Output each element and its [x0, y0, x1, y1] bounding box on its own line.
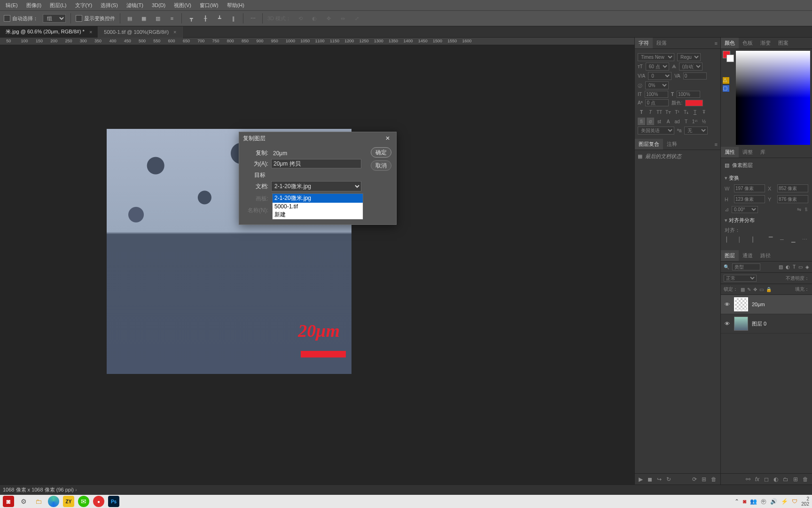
- ligature-icon[interactable]: fi: [638, 118, 645, 125]
- filter-pixel-icon[interactable]: ▧: [779, 264, 783, 270]
- fg-bg-swatch[interactable]: [723, 51, 734, 62]
- text-color-swatch[interactable]: [685, 100, 703, 106]
- layer-item[interactable]: 👁 图层 0: [721, 314, 812, 333]
- align-bottom-icon[interactable]: ▁: [789, 237, 797, 243]
- menu-view[interactable]: 视图(V): [170, 0, 195, 10]
- menu-window[interactable]: 窗口(W): [196, 0, 222, 10]
- dropdown-option[interactable]: 2-1-20微米.jpg: [273, 194, 363, 203]
- dialog-titlebar[interactable]: 复制图层 ✕: [239, 132, 396, 144]
- font-style-select[interactable]: Regular: [677, 53, 701, 61]
- zy-icon[interactable]: ZY: [63, 496, 74, 507]
- layer-thumbnail[interactable]: [734, 297, 748, 311]
- wechat-icon[interactable]: ✉: [78, 496, 89, 507]
- stop-icon[interactable]: ◼: [648, 476, 652, 483]
- panel-menu-icon[interactable]: ≡: [712, 142, 720, 147]
- align-right-icon[interactable]: ▥: [153, 14, 163, 23]
- tab-layers[interactable]: 图层: [721, 250, 739, 261]
- height-input[interactable]: [734, 195, 765, 203]
- link-icon[interactable]: ⚯: [746, 476, 750, 483]
- layer-item[interactable]: 👁 20μm: [721, 295, 812, 314]
- fx-icon[interactable]: fx: [755, 476, 759, 483]
- tab-swatches[interactable]: 色板: [739, 38, 757, 48]
- tray-volume-icon[interactable]: 🔊: [770, 498, 777, 505]
- kerning-input[interactable]: [683, 72, 707, 79]
- 3d-pan-icon[interactable]: ✥: [324, 14, 333, 23]
- visibility-icon[interactable]: 👁: [724, 302, 730, 307]
- panel-menu-icon[interactable]: ≡: [712, 40, 720, 46]
- lock-pixels-icon[interactable]: ✎: [747, 287, 751, 292]
- ok-button[interactable]: 确定: [371, 147, 391, 158]
- smallcaps-icon[interactable]: Tᴛ: [664, 108, 672, 116]
- menu-layer[interactable]: 图层(L): [46, 0, 70, 10]
- close-icon[interactable]: ✕: [383, 134, 392, 143]
- 3d-orbit-icon[interactable]: ⟲: [296, 14, 305, 23]
- lock-transparency-icon[interactable]: ▩: [741, 287, 745, 292]
- y-input[interactable]: [777, 195, 808, 203]
- contextual-icon[interactable]: σ: [647, 118, 654, 125]
- filter-type-icon[interactable]: T: [793, 264, 796, 270]
- angle-select[interactable]: 0.00°: [732, 206, 758, 213]
- strikethrough-icon[interactable]: Ŧ: [700, 108, 708, 116]
- menu-type[interactable]: 文字(Y): [71, 0, 96, 10]
- width-input[interactable]: [734, 184, 765, 192]
- search-icon[interactable]: 🔍: [724, 264, 729, 270]
- edge-icon[interactable]: [48, 496, 59, 507]
- align-right-icon[interactable]: ▕: [747, 237, 755, 243]
- lock-artboard-icon[interactable]: ▭: [759, 287, 764, 292]
- tab-patterns[interactable]: 图案: [774, 38, 792, 48]
- websafe-icon[interactable]: ▢: [723, 85, 729, 92]
- italic-icon[interactable]: T: [647, 108, 654, 116]
- tray-app-icon[interactable]: ◙: [743, 498, 746, 505]
- visibility-icon[interactable]: 👁: [724, 321, 730, 326]
- overflow-icon[interactable]: ⋯: [248, 14, 258, 23]
- lock-position-icon[interactable]: ✥: [753, 287, 757, 292]
- document-select[interactable]: 2-1-20微米.jpg: [271, 181, 361, 191]
- menu-help[interactable]: 帮助(H): [223, 0, 248, 10]
- tab-paragraph[interactable]: 段落: [653, 38, 671, 48]
- explorer-icon[interactable]: 🗀: [33, 496, 44, 507]
- new-icon[interactable]: ⊞: [702, 476, 706, 483]
- play-icon[interactable]: ▶: [639, 476, 643, 483]
- ordinal-icon[interactable]: T: [682, 118, 690, 125]
- tray-network-icon[interactable]: ⚡: [781, 498, 788, 505]
- stylistic-icon[interactable]: st: [656, 118, 663, 125]
- menu-3d[interactable]: 3D(D): [148, 1, 169, 9]
- align-header[interactable]: 对齐并分布: [725, 215, 808, 226]
- x-input[interactable]: [777, 184, 808, 192]
- tray-people-icon[interactable]: 👥: [750, 498, 757, 505]
- bold-icon[interactable]: T: [638, 108, 645, 116]
- ruler-horizontal[interactable]: 5010015020025030035040045050055060065070…: [0, 38, 634, 45]
- align-hcenter-icon[interactable]: │: [736, 237, 743, 243]
- tray-chevron-icon[interactable]: ⌃: [734, 498, 739, 505]
- font-size-select[interactable]: 60 点: [646, 63, 669, 71]
- dropdown-option[interactable]: 5000-1.tif: [273, 203, 363, 210]
- tab-channels[interactable]: 通道: [739, 250, 757, 261]
- swash-icon[interactable]: A: [664, 118, 672, 125]
- mask-icon[interactable]: ◻: [764, 476, 769, 483]
- scale-select[interactable]: 0%: [645, 81, 669, 89]
- group-icon[interactable]: 🗀: [783, 476, 789, 483]
- titling-icon[interactable]: ad: [673, 118, 681, 125]
- layer-name[interactable]: 图层 0: [752, 320, 766, 327]
- align-left-icon[interactable]: ▏: [725, 237, 732, 243]
- menu-edit[interactable]: 辑(E): [2, 0, 22, 10]
- sync-icon[interactable]: ⟳: [692, 476, 697, 483]
- adjustment-icon[interactable]: ◐: [773, 476, 778, 483]
- tracking-select[interactable]: 0: [648, 72, 671, 80]
- tab-properties[interactable]: 属性: [721, 147, 739, 158]
- tab-paths[interactable]: 路径: [757, 250, 774, 261]
- language-select[interactable]: 美国英语: [638, 127, 674, 135]
- next-icon[interactable]: ↪: [657, 476, 662, 483]
- align-top-icon[interactable]: ▔: [767, 237, 774, 243]
- doc-tab[interactable]: 5000-1.tif @ 100%(RGB/8#) ×: [98, 26, 182, 38]
- vscale-input[interactable]: [645, 91, 668, 98]
- lock-all-icon[interactable]: 🔒: [766, 287, 772, 292]
- tab-gradients[interactable]: 渐变: [757, 38, 774, 48]
- settings-icon[interactable]: ⚙: [18, 496, 29, 507]
- align-center-h-icon[interactable]: ▦: [139, 14, 148, 23]
- tab-libraries[interactable]: 库: [757, 147, 769, 158]
- filter-shape-icon[interactable]: ▭: [798, 264, 803, 270]
- close-icon[interactable]: ×: [173, 29, 176, 35]
- show-transform-checkbox[interactable]: 显示变换控件: [76, 15, 115, 22]
- 3d-zoom-icon[interactable]: ⤢: [352, 14, 361, 23]
